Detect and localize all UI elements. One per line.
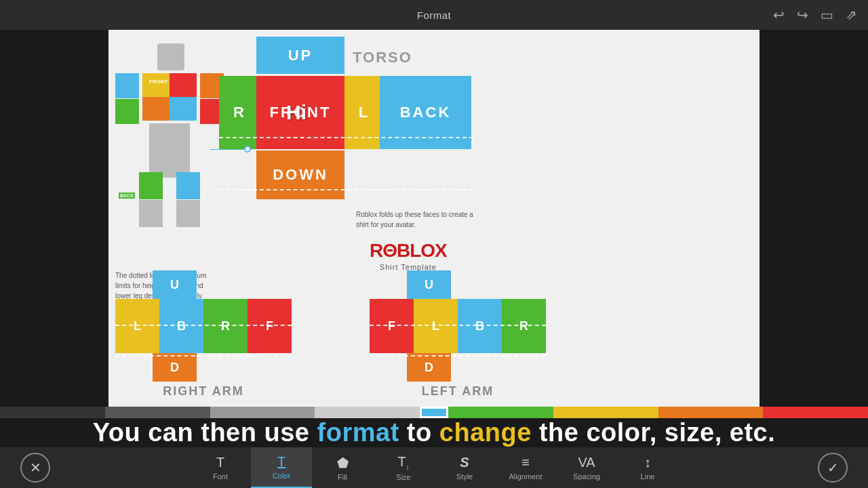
arm-dashed-bottom <box>115 355 292 357</box>
right-arm-f: F <box>248 299 292 353</box>
right-arm-main-row: L B R F <box>115 299 292 353</box>
toolbar-line[interactable]: ↕ Line <box>617 447 678 488</box>
toolbar-spacing[interactable]: VA Spacing <box>556 447 617 488</box>
subtitle-text-3: the color, size, etc. <box>532 418 775 447</box>
bottom-bar: You can then use format to change the co… <box>0 407 868 488</box>
alignment-icon: ≡ <box>521 455 530 470</box>
right-arm-d-row: D <box>153 353 292 382</box>
undo-button[interactable]: ↩ <box>773 7 785 23</box>
subtitle-text-2: to <box>399 418 439 447</box>
avatar-left-arm <box>115 73 139 124</box>
font-icon: T <box>216 455 224 470</box>
toolbar: ✕ T Font T Color ⬟ Fill T↕ Size S Style … <box>0 447 868 488</box>
swatch-light[interactable] <box>315 407 420 418</box>
fill-label: Fill <box>338 473 347 481</box>
swatch-red[interactable] <box>763 407 868 418</box>
title-controls: ↩ ↪ ▭ ⇗ <box>773 7 857 23</box>
avatar-figure: FRONT BACK <box>115 37 220 253</box>
face-l-label: L <box>359 104 368 121</box>
cancel-button[interactable]: ✕ <box>20 453 50 483</box>
avatar-right-leg <box>176 172 200 226</box>
font-label: Font <box>213 472 228 481</box>
roblox-logo-text: RΘBLOX <box>370 240 447 262</box>
subtitle-format-highlight: format <box>317 418 399 447</box>
spacing-label: Spacing <box>573 472 600 481</box>
toolbar-color[interactable]: T Color <box>251 447 312 488</box>
style-label: Style <box>456 472 473 481</box>
left-arm-u: U <box>407 270 451 299</box>
confirm-icon: ✓ <box>827 460 839 476</box>
left-arm-main-row: F L B R <box>370 299 546 353</box>
line-icon: ↕ <box>644 455 651 470</box>
swatch-orange[interactable] <box>658 407 764 418</box>
color-icon: T <box>277 454 285 470</box>
swatch-blue[interactable] <box>420 407 448 418</box>
toolbar-font[interactable]: T Font <box>190 447 251 488</box>
avatar-front-label: FRONT <box>149 79 168 85</box>
confirm-button[interactable]: ✓ <box>818 453 848 483</box>
right-arm-r: R <box>203 299 248 353</box>
left-arm-u-row: U <box>407 270 546 299</box>
swatch-green[interactable] <box>448 407 553 418</box>
selection-dot <box>244 146 251 152</box>
left-arm-d-row: D <box>407 353 546 382</box>
alignment-label: Alignment <box>509 472 542 481</box>
left-arm-b: B <box>458 299 502 353</box>
swatch-dark1[interactable] <box>0 407 105 418</box>
title-bar: Format ↩ ↪ ▭ ⇗ <box>0 0 868 30</box>
avatar-back-label: BACK <box>119 192 135 199</box>
subtitle-change-highlight: change <box>439 418 532 447</box>
torso-label: TORSO <box>353 49 412 66</box>
right-arm-u: U <box>153 270 197 299</box>
dashed-line-top <box>219 137 473 138</box>
left-arm-dashed-top <box>370 325 546 326</box>
hi-text-overlay: Hi <box>286 101 307 124</box>
right-arm-label: RIGHT ARM <box>115 384 292 399</box>
swatch-gray[interactable] <box>210 407 315 418</box>
subtitle-text-1: You can then use <box>93 418 317 447</box>
face-down-label: DOWN <box>273 166 328 184</box>
fill-icon: ⬟ <box>337 455 349 471</box>
avatar-head <box>157 43 184 70</box>
avatar-left-leg <box>139 172 163 226</box>
right-arm-b: B <box>159 299 203 353</box>
right-arm-d: D <box>153 353 197 382</box>
line-label: Line <box>641 472 655 481</box>
spacing-icon: VA <box>578 455 595 470</box>
swatch-dark2[interactable] <box>105 407 210 418</box>
left-arm-label: LEFT ARM <box>370 384 546 399</box>
toolbar-fill[interactable]: ⬟ Fill <box>312 447 373 488</box>
face-up: UP <box>256 37 344 74</box>
face-r-label: R <box>233 104 244 121</box>
color-swatches-strip <box>0 407 868 418</box>
swatch-yellow[interactable] <box>553 407 658 418</box>
left-arm-f: F <box>370 299 414 353</box>
left-arm-d: D <box>407 353 451 382</box>
right-arm-l: L <box>115 299 159 353</box>
left-arm-dashed-bottom <box>370 355 546 357</box>
info-fold-text: Roblox folds up these faces to create a … <box>356 209 475 230</box>
left-arm-section: U F L B R D LEFT ARM <box>370 270 546 399</box>
dashed-line-bottom <box>219 189 473 190</box>
style-icon: S <box>460 455 469 470</box>
toolbar-style[interactable]: S Style <box>434 447 495 488</box>
left-arm-l: L <box>414 299 458 353</box>
face-back-label: BACK <box>400 104 452 121</box>
face-up-label: UP <box>288 47 313 64</box>
size-label: Size <box>396 473 410 481</box>
right-arm-section: U L B R F D RIGHT ARM <box>115 270 292 399</box>
color-label: Color <box>273 472 290 480</box>
connection-line <box>210 149 248 150</box>
layers-button[interactable]: ▭ <box>821 7 833 23</box>
right-arm-u-row: U <box>153 270 292 299</box>
subtitle-container: You can then use format to change the co… <box>0 418 868 447</box>
arm-dashed-top <box>115 325 292 326</box>
avatar-lower <box>149 123 190 178</box>
size-icon: T↕ <box>397 454 409 471</box>
toolbar-size[interactable]: T↕ Size <box>373 447 434 488</box>
redo-button[interactable]: ↪ <box>797 7 808 23</box>
main-canvas: FRONT BACK UP TORSO <box>108 30 760 407</box>
title-text: Format <box>417 9 452 21</box>
toolbar-alignment[interactable]: ≡ Alignment <box>495 447 556 488</box>
expand-button[interactable]: ⇗ <box>846 7 857 23</box>
